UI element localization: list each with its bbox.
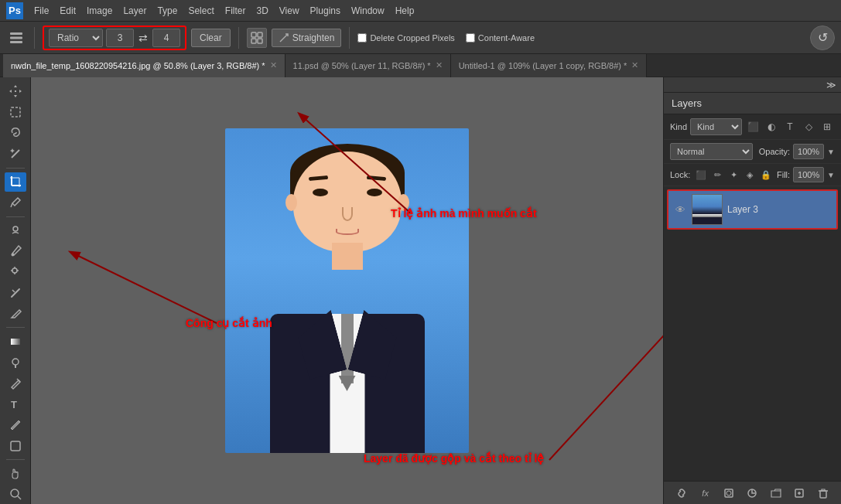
fx-btn[interactable]: fx [698,485,713,501]
menu-help[interactable]: Help [395,5,415,16]
adjustment-icon[interactable]: ◐ [764,119,779,135]
svg-text:T: T [11,399,17,410]
layer-thumb-inner [692,195,722,224]
layer-eye-icon[interactable]: 👁 [673,203,687,216]
tool-eyedropper[interactable] [5,193,26,213]
grid-icon[interactable] [247,28,267,48]
delete-layer-btn[interactable] [815,485,831,501]
delete-cropped-check[interactable]: Delete Cropped Pixels [357,33,454,43]
blend-mode-select[interactable]: Normal [670,143,753,160]
delete-cropped-checkbox[interactable] [357,33,367,43]
tool-eraser[interactable] [5,304,26,323]
menu-image[interactable]: Image [87,5,112,16]
tool-move[interactable] [5,82,26,101]
svg-rect-3 [251,32,256,37]
mouth [336,229,359,235]
tab-close-1[interactable]: ✕ [436,60,443,70]
tool-select-rect[interactable] [5,103,26,122]
tool-clone[interactable] [5,263,26,282]
tool-history-brush[interactable] [5,284,26,303]
photo-background [225,128,469,453]
layers-lock-row: Lock: ⬛ ✏ ✦ ◈ 🔒 Fill: ▼ [664,164,841,186]
link-layers-btn[interactable] [674,485,689,501]
tab-1[interactable]: 11.psd @ 50% (Layer 11, RGB/8#) * ✕ [285,54,451,77]
folder-btn[interactable] [768,485,784,501]
adjustment-btn[interactable] [744,485,760,501]
tool-brush[interactable] [5,242,26,261]
svg-rect-5 [251,39,256,43]
layer-item-3[interactable]: 👁 Layer 3 [667,189,838,230]
svg-rect-2 [10,41,22,43]
layers-title: Layers [672,97,702,109]
mask-btn[interactable] [721,485,737,501]
panel-collapse[interactable]: ≫ [664,77,841,93]
tab-label-1: 11.psd @ 50% (Layer 11, RGB/8#) * [293,61,431,70]
layer-thumbnail [692,194,723,225]
menu-select[interactable]: Select [188,5,214,16]
lock-draw-icon[interactable]: ✏ [711,168,723,182]
shape-icon[interactable]: ◇ [801,119,816,135]
pixel-icon[interactable]: ⬛ [745,119,761,135]
lock-all-icon[interactable]: 🔒 [761,168,772,182]
lock-artboard-icon[interactable]: ◈ [744,168,756,182]
svg-rect-8 [11,107,20,117]
layers-bottom-bar: fx [664,481,841,504]
tie [341,314,354,383]
ear-left [285,194,297,211]
photo-container [225,128,469,453]
tool-type[interactable]: T [5,394,26,414]
menu-plugins[interactable]: Plugins [310,5,340,16]
type-icon[interactable]: T [782,119,798,135]
new-layer-btn[interactable] [791,485,807,501]
menu-file[interactable]: File [34,5,49,16]
tool-magic-wand[interactable] [5,145,26,164]
eyebrow-right [366,175,385,181]
opacity-chevron[interactable]: ▼ [827,148,835,156]
svg-line-32 [549,317,663,460]
straighten-button[interactable]: Straighten [272,29,342,47]
swap-icon[interactable]: ⇄ [137,30,149,46]
menu-bar: Ps File Edit Image Layer Type Select Fil… [0,0,841,22]
tool-crop[interactable] [5,172,26,192]
tool-shape[interactable] [5,436,26,455]
canvas-area[interactable]: Tỉ lệ ảnh mà mình muốn cắt Công cụ cắt ả… [31,77,663,504]
tool-dodge[interactable] [5,352,26,372]
lock-move-icon[interactable]: ✦ [728,168,740,182]
menu-layer[interactable]: Layer [123,5,146,16]
tool-zoom[interactable] [5,485,26,504]
tab-2[interactable]: Untitled-1 @ 109% (Layer 1 copy, RGB/8#)… [451,54,648,77]
kind-select[interactable]: Kind [690,118,742,135]
menu-3d[interactable]: 3D [256,5,268,16]
ratio-dropdown[interactable]: Ratio [49,29,103,47]
tool-hand[interactable] [5,464,26,483]
tool-lasso[interactable] [5,124,26,143]
menu-view[interactable]: View [279,5,299,16]
menu-window[interactable]: Window [351,5,385,16]
ratio-input-1[interactable] [106,29,134,47]
menu-type[interactable]: Type [157,5,177,16]
tool-path-select[interactable] [5,415,26,434]
ratio-input-2[interactable] [152,29,180,47]
smart-icon[interactable]: ⊞ [819,119,835,135]
tool-healing[interactable] [5,221,26,240]
tab-close-0[interactable]: ✕ [270,60,277,70]
fill-label: Fill: [777,170,790,179]
fill-chevron[interactable]: ▼ [827,171,835,179]
clear-button[interactable]: Clear [191,29,231,47]
tool-gradient[interactable] [5,332,26,351]
menu-edit[interactable]: Edit [60,5,76,16]
eye-right [367,189,382,196]
menu-filter[interactable]: Filter [225,5,246,16]
content-aware-checkbox[interactable] [466,33,475,43]
right-panel: ≫ Layers Kind Kind ⬛ ◐ T ◇ ⊞ Normal [663,77,841,504]
svg-rect-39 [820,491,826,498]
svg-rect-22 [11,339,20,345]
content-aware-check[interactable]: Content-Aware [466,33,535,43]
tab-close-2[interactable]: ✕ [631,60,638,70]
reset-button[interactable]: ↺ [810,26,835,50]
fill-input[interactable] [793,167,824,182]
opacity-input[interactable] [793,144,824,159]
tab-0[interactable]: nwdn_file_temp_1608220954216.jpg @ 50.8%… [3,54,285,77]
tool-pen[interactable] [5,373,26,393]
lock-pixel-icon[interactable]: ⬛ [695,168,706,182]
